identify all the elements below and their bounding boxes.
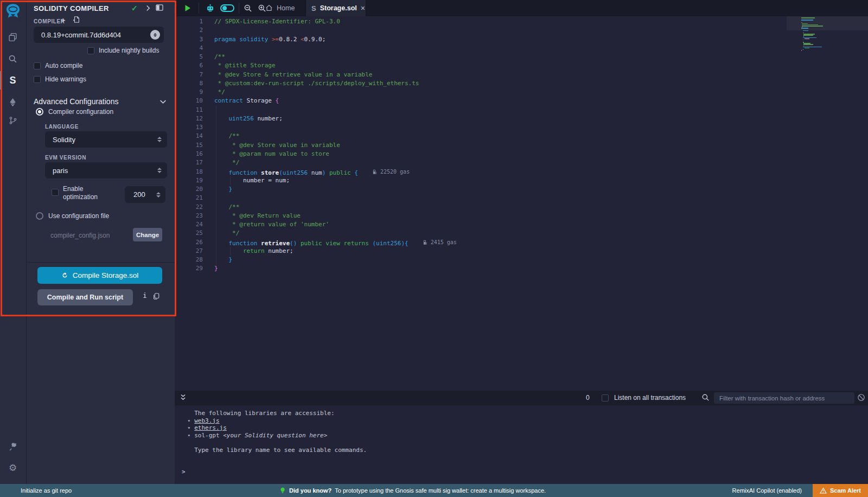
line-number: 1 <box>175 17 203 26</box>
code-text: // SPDX-License-Identifier: GPL-3.0 <box>214 17 340 26</box>
code-text: */ <box>214 229 239 238</box>
pin-panel-icon[interactable] <box>156 4 164 11</box>
library-link[interactable]: web3.js <box>194 417 219 424</box>
code-line[interactable]: 6 * @title Storage <box>175 61 868 70</box>
clear-console-icon[interactable] <box>857 393 865 402</box>
code-text: contract Storage { <box>214 97 279 105</box>
info-icon[interactable]: i <box>141 291 149 302</box>
code-line[interactable]: 24 * @return value of 'number' <box>175 220 868 229</box>
line-number: 8 <box>175 79 203 88</box>
copilot-status[interactable]: RemixAI Copilot (enabled) <box>732 484 802 497</box>
use-config-file-radio[interactable] <box>36 212 43 220</box>
line-number: 7 <box>175 71 203 79</box>
evm-version-select[interactable]: paris <box>45 162 167 179</box>
transaction-filter-input[interactable] <box>714 392 854 404</box>
chevron-down-icon[interactable] <box>159 98 167 105</box>
code-line[interactable]: 5/** <box>175 53 868 61</box>
code-line[interactable]: 10contract Storage { <box>175 97 868 105</box>
compiler-version-select[interactable]: 0.8.19+commit.7dd6d404 <box>34 27 164 43</box>
code-line[interactable]: 28 } <box>175 256 868 264</box>
search-icon[interactable] <box>0 49 25 68</box>
solidity-file-icon: S <box>311 4 316 12</box>
tab-home[interactable]: Home <box>262 0 298 16</box>
code-line[interactable]: 20 } <box>175 185 868 194</box>
plugin-manager-icon[interactable] <box>0 437 25 456</box>
terminal-line: • sol-gpt <your Solidity question here> <box>187 432 367 439</box>
version-stepper[interactable] <box>150 30 160 40</box>
code-line[interactable]: 15 * @dev Store value in variable <box>175 141 868 150</box>
code-line[interactable]: 1// SPDX-License-Identifier: GPL-3.0 <box>175 17 868 26</box>
listen-transactions-checkbox[interactable] <box>602 394 609 402</box>
advanced-configurations-title[interactable]: Advanced Configurations <box>34 97 118 106</box>
scam-alert-badge[interactable]: Scam Alert <box>813 484 868 497</box>
git-icon[interactable] <box>0 111 25 130</box>
change-config-button[interactable]: Change <box>133 228 162 241</box>
terminal[interactable]: The following libraries are accessible:•… <box>175 405 868 484</box>
code-line[interactable]: 21 <box>175 194 868 202</box>
run-script-play-icon[interactable] <box>180 0 195 16</box>
code-line[interactable]: 13 <box>175 123 868 132</box>
init-git-repo-button[interactable]: Initialize as git repo <box>21 484 72 497</box>
settings-gear-icon[interactable]: ⚙ <box>0 458 25 477</box>
zoom-out-icon[interactable] <box>241 0 255 16</box>
code-line[interactable]: 4 <box>175 44 868 53</box>
chevron-right-icon[interactable] <box>145 5 151 11</box>
code-line[interactable]: 19 number = num; <box>175 176 868 185</box>
code-line[interactable]: 17 */ <box>175 158 868 167</box>
compile-and-run-button[interactable]: Compile and Run script <box>37 289 133 305</box>
code-line[interactable]: 23 * @dev Return value <box>175 212 868 220</box>
code-line[interactable]: 12 uint256 number; <box>175 114 868 123</box>
code-line[interactable]: 25 */ <box>175 229 868 238</box>
code-line[interactable]: 29} <box>175 264 868 273</box>
line-number: 16 <box>175 150 203 158</box>
hide-warnings-checkbox[interactable] <box>34 76 41 83</box>
terminal-search-icon[interactable] <box>701 393 710 402</box>
solidity-compiler-icon[interactable]: S <box>0 71 25 90</box>
indent-guide <box>230 247 231 256</box>
code-line[interactable]: 14 /** <box>175 132 868 141</box>
remix-logo-icon[interactable] <box>4 3 22 20</box>
open-file-icon[interactable] <box>73 16 80 23</box>
code-line[interactable]: 11 <box>175 106 868 114</box>
code-line[interactable]: 7 * @dev Store & retrieve value in a var… <box>175 71 868 79</box>
optimization-runs-input[interactable]: 200 <box>125 186 165 203</box>
collapse-terminal-icon[interactable] <box>180 394 186 401</box>
language-select[interactable]: Solidity <box>45 131 167 148</box>
line-number: 27 <box>175 247 203 256</box>
line-number: 4 <box>175 44 203 53</box>
code-line[interactable]: 8 * @custom:dev-run-script ./scripts/dep… <box>175 79 868 88</box>
auto-compile-checkbox[interactable] <box>34 62 41 69</box>
line-number: 25 <box>175 229 203 238</box>
library-link[interactable]: ethers.js <box>194 424 227 431</box>
code-editor[interactable]: 1// SPDX-License-Identifier: GPL-3.023pr… <box>175 16 868 391</box>
add-compiler-icon[interactable]: + <box>61 15 66 24</box>
deploy-run-icon[interactable] <box>0 93 25 111</box>
line-number: 19 <box>175 176 203 185</box>
tab-storage-sol[interactable]: S Storage.sol × <box>305 0 366 16</box>
language-label: LANGUAGE <box>45 124 79 130</box>
code-line[interactable]: 27 return number; <box>175 247 868 256</box>
compile-button[interactable]: Compile Storage.sol <box>37 267 162 284</box>
copy-icon[interactable] <box>152 292 160 300</box>
code-line[interactable]: 22 /** <box>175 203 868 212</box>
runs-stepper[interactable] <box>156 192 161 197</box>
file-explorer-icon[interactable] <box>0 28 25 46</box>
auto-compile-label: Auto compile <box>45 62 82 69</box>
home-tab-label: Home <box>277 4 295 12</box>
code-line[interactable]: 9 */ <box>175 88 868 97</box>
terminal-prompt[interactable]: > <box>182 468 186 475</box>
code-text: pragma solidity >=0.8.2 <0.9.0; <box>214 35 326 44</box>
compiler-configuration-radio[interactable] <box>36 108 43 116</box>
code-line[interactable]: 16 * @param num value to store <box>175 150 868 158</box>
code-line[interactable]: 2 <box>175 26 868 35</box>
enable-optimization-checkbox[interactable] <box>52 189 59 196</box>
copilot-toggle[interactable] <box>218 0 237 16</box>
minimap[interactable] <box>801 17 861 56</box>
code-line[interactable]: 18 function store(uint256 num) public {2… <box>175 168 868 176</box>
ai-robot-icon[interactable] <box>202 0 218 16</box>
code-line[interactable]: 26 function retrieve() public view retur… <box>175 238 868 247</box>
include-nightly-checkbox[interactable] <box>87 47 94 54</box>
code-line[interactable]: 3pragma solidity >=0.8.2 <0.9.0; <box>175 35 868 44</box>
close-tab-icon[interactable]: × <box>361 4 365 12</box>
code-lines: 1// SPDX-License-Identifier: GPL-3.023pr… <box>175 17 868 273</box>
